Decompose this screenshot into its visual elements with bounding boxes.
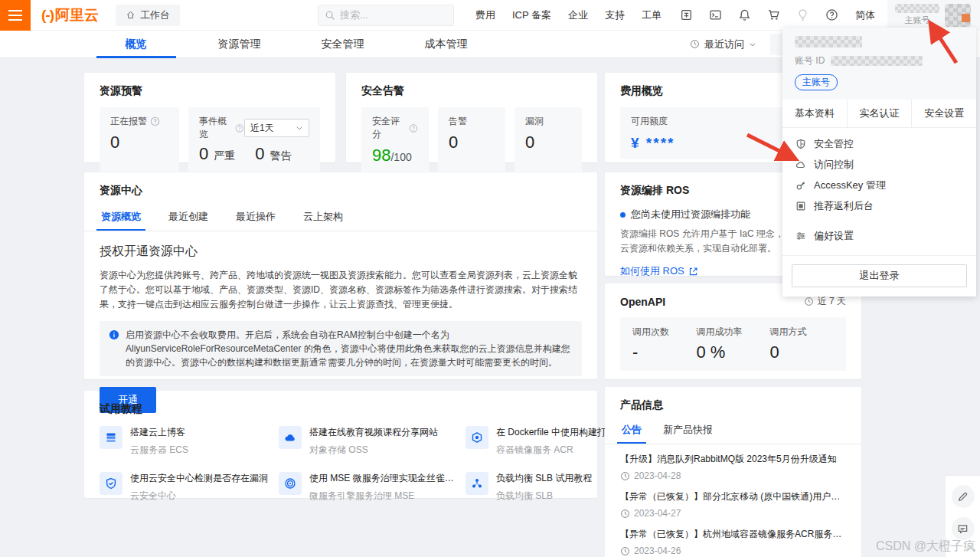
- tutorial-security-center[interactable]: 使用云安全中心检测是否存在漏洞云安全中心: [100, 472, 268, 503]
- backstage-icon: [795, 201, 806, 211]
- tutorial-oss[interactable]: 搭建在线教育视频课程分享网站对象存储 OSS: [279, 426, 455, 457]
- vuln-count: 0: [525, 133, 571, 152]
- announcement-list: 【升级】消息队列RabbitMQ版 2023年5月份升级通知 2023-04-2…: [620, 453, 846, 556]
- account-dropdown-header: 账号 ID 主账号: [782, 28, 976, 100]
- openapi-title: OpenAPI: [620, 296, 665, 308]
- workbench-button[interactable]: 工作台: [116, 5, 180, 26]
- cloud-icon: [279, 426, 302, 449]
- logout-button[interactable]: 退出登录: [792, 264, 967, 287]
- tutorials-card: 试用教程 搭建云上博客云服务器 ECS 搭建在线教育视频课程分享网站对象存储 O…: [84, 391, 597, 498]
- ros-howto-link[interactable]: 如何使用 ROS: [620, 264, 698, 278]
- menu-item-preferences[interactable]: 偏好设置: [782, 225, 976, 246]
- terminal-icon[interactable]: [709, 8, 722, 21]
- help-circle-icon[interactable]: [235, 123, 244, 133]
- shield-check-icon: [100, 472, 122, 495]
- tab-security-mgmt[interactable]: 安全管理: [291, 31, 394, 58]
- top-nav-links: 费用 ICP 备案 企业 支持 工单: [475, 8, 662, 22]
- account-dropdown-list: 安全管控 访问控制 AccessKey 管理 推荐返利后台 偏好设置: [782, 128, 976, 251]
- openapi-range: 近 7 天: [804, 295, 846, 308]
- rc-tab-recent-ops[interactable]: 最近操作: [236, 207, 276, 231]
- announcement-item[interactable]: 【异常（已恢复）】部分北京移动 (原中国铁通)用户网络访问存在丢包... 202…: [620, 490, 846, 519]
- calls-value: -: [632, 342, 696, 362]
- pi-tab-announcements[interactable]: 公告: [622, 420, 642, 444]
- help-icon[interactable]: [825, 8, 838, 21]
- openapi-card: OpenAPI 近 7 天 调用次数- 调用成功率0 % 调用方式0: [605, 283, 861, 379]
- clock-icon: [620, 546, 630, 556]
- menu-item-security-control[interactable]: 安全管控: [782, 133, 976, 154]
- cart-icon[interactable]: [767, 8, 780, 21]
- aliyun-logo-mark: (-): [41, 7, 54, 24]
- clock-icon: [620, 471, 630, 481]
- nav-ticket[interactable]: 工单: [642, 8, 662, 22]
- shield-icon: [795, 139, 806, 149]
- tab-resource-mgmt[interactable]: 资源管理: [188, 31, 291, 58]
- tab-cost-mgmt[interactable]: 成本管理: [394, 31, 498, 58]
- resource-center-notice: 启用资源中心不会收取费用。开启后，系统会自动在RAM控制台中创建一个名为 Ali…: [100, 321, 582, 376]
- main-account-badge: 主账号: [795, 74, 838, 90]
- nav-billing[interactable]: 费用: [475, 8, 495, 22]
- expenses-icon[interactable]: [680, 8, 693, 21]
- account-dropdown-tabs: 基本资料 实名认证 安全设置: [782, 100, 976, 128]
- menu-item-ram[interactable]: 访问控制: [782, 154, 976, 175]
- menu-item-referral[interactable]: 推荐返利后台: [782, 195, 976, 216]
- cloud-icon: [795, 159, 806, 170]
- global-search[interactable]: [318, 5, 454, 26]
- chat-button[interactable]: [952, 517, 975, 540]
- help-circle-icon[interactable]: [150, 116, 160, 126]
- menu-item-accesskey[interactable]: AccessKey 管理: [782, 175, 976, 195]
- events-stat: 事件概览 近1天 0严重 0警告: [188, 107, 320, 172]
- help-circle-icon[interactable]: [409, 123, 418, 133]
- resource-center-tabs: 资源概览 最近创建 最近操作 云上架构: [84, 207, 597, 231]
- method-value: 0: [770, 342, 834, 362]
- search-input[interactable]: [340, 9, 432, 21]
- status-dot: [620, 212, 626, 218]
- severe-count: 0: [199, 144, 208, 164]
- product-info-title: 产品信息: [620, 398, 846, 412]
- resource-center-subtitle: 授权开通资源中心: [100, 244, 582, 260]
- acct-tab-verify[interactable]: 实名认证: [847, 100, 912, 127]
- sliders-icon: [795, 231, 806, 241]
- nav-support[interactable]: 支持: [605, 8, 625, 22]
- external-link-icon: [688, 267, 698, 277]
- home-icon: [126, 10, 136, 20]
- product-info-card: 产品信息 公告 新产品快报 【升级】消息队列RabbitMQ版 2023年5月份…: [605, 387, 861, 557]
- main-content: 资源预警 正在报警 0 事件概览: [84, 73, 861, 557]
- resource-center-description: 资源中心为您提供跨账号、跨产品、跨地域的资源统一视图及资源搜索能力。您可以查看全…: [100, 268, 582, 312]
- acct-tab-basic[interactable]: 基本资料: [782, 100, 847, 127]
- nav-enterprise[interactable]: 企业: [568, 8, 588, 22]
- recent-visit-dropdown[interactable]: 最近访问: [690, 38, 756, 51]
- aliyun-logo[interactable]: (-) 阿里云: [41, 5, 99, 25]
- announcement-item[interactable]: 【异常（已恢复）】杭州地域容器镜像服务ACR服务异常 2023-04-26: [620, 528, 846, 556]
- comment-icon: [957, 523, 969, 535]
- rc-tab-cloud-arch[interactable]: 云上架构: [303, 207, 343, 231]
- hamburger-menu-button[interactable]: [0, 0, 31, 31]
- container-icon: [466, 426, 488, 449]
- alarm-stat: 告警 0: [438, 107, 505, 173]
- cluster-icon: [466, 472, 488, 495]
- rc-tab-recent-created[interactable]: 最近创建: [168, 207, 208, 231]
- search-icon: [325, 10, 335, 21]
- security-score-stat: 安全评分 98/100: [361, 107, 429, 173]
- acct-tab-security[interactable]: 安全设置: [911, 100, 976, 127]
- account-menu-trigger[interactable]: 主账号: [887, 0, 980, 31]
- resource-alert-title: 资源预警: [100, 84, 320, 98]
- nav-icp[interactable]: ICP 备案: [512, 8, 551, 22]
- console-tabs: 概览 资源管理 安全管理 成本管理: [84, 31, 498, 58]
- success-value: 0 %: [696, 342, 769, 362]
- events-range-select[interactable]: 近1天: [244, 119, 309, 137]
- bell-icon[interactable]: [738, 8, 751, 21]
- tutorial-ecs[interactable]: 搭建云上博客云服务器 ECS: [100, 426, 268, 457]
- tutorial-mse[interactable]: 使用 MSE 微服务治理实现金丝雀发布微服务引擎服务治理 MSE: [279, 472, 455, 503]
- announcement-item[interactable]: 【升级】消息队列RabbitMQ版 2023年5月份升级通知 2023-04-2…: [620, 453, 846, 481]
- feedback-pencil-button[interactable]: [952, 485, 975, 508]
- resource-center-title: 资源中心: [100, 184, 582, 198]
- account-type-label: 主账号: [905, 15, 930, 26]
- pi-tab-new-products[interactable]: 新产品快报: [663, 420, 713, 444]
- tutorials-title: 试用教程: [100, 402, 582, 416]
- clock-icon: [620, 509, 630, 519]
- locale-switcher[interactable]: 简体: [855, 8, 875, 22]
- tab-overview[interactable]: 概览: [84, 31, 188, 58]
- avatar[interactable]: [945, 4, 971, 27]
- lightbulb-icon[interactable]: [796, 8, 809, 21]
- rc-tab-overview[interactable]: 资源概览: [101, 207, 141, 231]
